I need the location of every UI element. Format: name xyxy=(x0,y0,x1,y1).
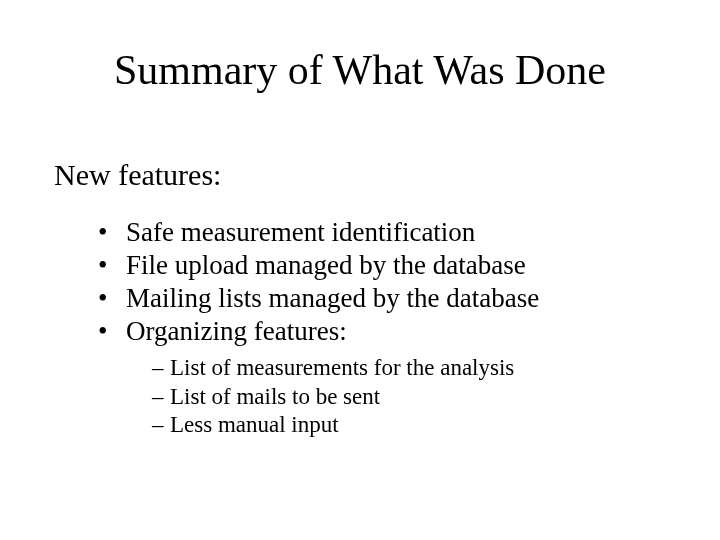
list-item: • Safe measurement identification xyxy=(98,216,539,249)
sub-bullet-text: List of mails to be sent xyxy=(170,383,380,412)
list-item: • Organizing features: xyxy=(98,315,539,348)
dash-icon: – xyxy=(152,383,170,412)
sub-bullet-text: Less manual input xyxy=(170,411,339,440)
list-item: – List of mails to be sent xyxy=(152,383,514,412)
dash-icon: – xyxy=(152,354,170,383)
sub-bullet-text: List of measurements for the analysis xyxy=(170,354,514,383)
list-item: – Less manual input xyxy=(152,411,514,440)
bullet-text: Mailing lists managed by the database xyxy=(126,282,539,315)
sub-bullet-list: – List of measurements for the analysis … xyxy=(152,354,514,440)
slide-subtitle: New features: xyxy=(54,158,221,192)
bullet-text: Organizing features: xyxy=(126,315,347,348)
bullet-icon: • xyxy=(98,282,126,315)
list-item: – List of measurements for the analysis xyxy=(152,354,514,383)
slide-title: Summary of What Was Done xyxy=(0,46,720,94)
list-item: • Mailing lists managed by the database xyxy=(98,282,539,315)
bullet-text: Safe measurement identification xyxy=(126,216,475,249)
bullet-list: • Safe measurement identification • File… xyxy=(98,216,539,348)
bullet-icon: • xyxy=(98,216,126,249)
slide: Summary of What Was Done New features: •… xyxy=(0,0,720,540)
dash-icon: – xyxy=(152,411,170,440)
bullet-icon: • xyxy=(98,249,126,282)
list-item: • File upload managed by the database xyxy=(98,249,539,282)
bullet-text: File upload managed by the database xyxy=(126,249,526,282)
bullet-icon: • xyxy=(98,315,126,348)
